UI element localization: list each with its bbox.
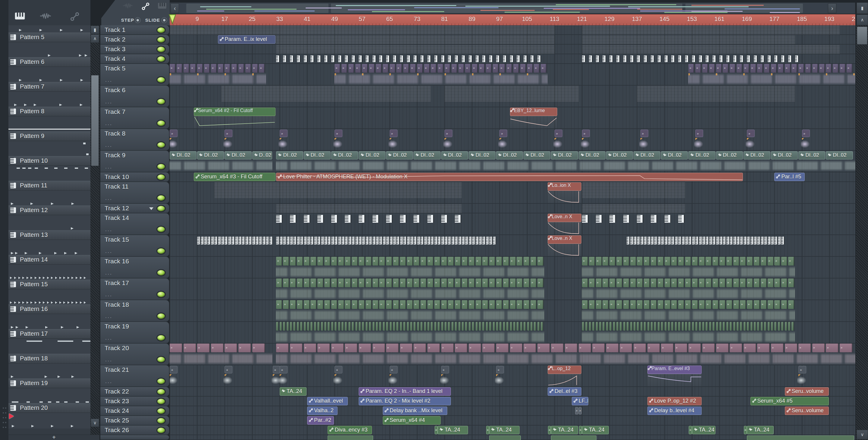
audio-hit-clip[interactable]: » bbox=[390, 130, 398, 137]
audio-clip-block[interactable] bbox=[685, 322, 687, 331]
track-mute-led[interactable] bbox=[157, 164, 165, 169]
audio-clip-block[interactable]: » bbox=[400, 300, 406, 309]
audio-clip-block[interactable]: » bbox=[469, 279, 475, 287]
audio-hit-clip[interactable]: » bbox=[496, 366, 504, 373]
audio-clip-block[interactable]: » bbox=[317, 257, 323, 265]
midi-pattern-clip[interactable] bbox=[283, 56, 287, 62]
audio-clip-block[interactable]: » bbox=[304, 279, 310, 287]
midi-pattern-clip[interactable] bbox=[335, 237, 338, 244]
pattern-item-header[interactable]: Pattern 19 bbox=[8, 379, 90, 388]
midi-pattern-clip[interactable] bbox=[774, 56, 778, 62]
midi-pattern-clip[interactable] bbox=[482, 237, 486, 244]
audio-clip-block[interactable]: » bbox=[716, 344, 729, 352]
audio-clip[interactable]: TA..24 bbox=[551, 426, 578, 434]
audio-clip-block[interactable]: » bbox=[462, 257, 468, 265]
audio-clip[interactable]: TA..24 bbox=[747, 426, 774, 434]
audio-clip-block[interactable]: » bbox=[441, 344, 454, 352]
midi-pattern-clip[interactable] bbox=[685, 237, 688, 244]
pattern-preview[interactable] bbox=[8, 92, 90, 107]
midi-pattern-clip[interactable] bbox=[730, 237, 733, 244]
audio-clip-block[interactable]: » bbox=[177, 64, 182, 73]
audio-clip-block[interactable] bbox=[359, 322, 361, 331]
playlist-track-row[interactable]: Lo..ion X bbox=[170, 182, 855, 204]
audio-clip-block[interactable] bbox=[530, 322, 533, 331]
audio-clip-block[interactable] bbox=[427, 322, 430, 331]
track-header-track-8[interactable]: Track 8... bbox=[100, 129, 169, 151]
audio-clip-block[interactable]: » bbox=[699, 300, 705, 309]
midi-pattern-clip[interactable] bbox=[781, 56, 785, 62]
audio-clip-block[interactable]: » bbox=[819, 64, 825, 73]
audio-clip-block[interactable] bbox=[641, 322, 643, 331]
audio-clip-block[interactable] bbox=[338, 322, 341, 331]
audio-clip-block[interactable]: » bbox=[317, 279, 323, 287]
track-name[interactable]: Track 22 bbox=[104, 388, 129, 395]
audio-clip-block[interactable]: » bbox=[774, 279, 780, 287]
midi-pattern-clip[interactable] bbox=[757, 237, 761, 244]
audio-clip-block[interactable]: » bbox=[386, 279, 392, 287]
midi-pattern-clip[interactable] bbox=[297, 237, 300, 244]
audio-clip-block[interactable]: » bbox=[386, 344, 399, 352]
midi-pattern-clip[interactable] bbox=[379, 56, 383, 62]
pattern-item-header[interactable]: Pattern 13 bbox=[8, 230, 90, 240]
midi-pattern-clip[interactable] bbox=[489, 237, 493, 244]
audio-clip-block[interactable]: » bbox=[757, 64, 763, 73]
audio-clip-block[interactable]: » bbox=[726, 279, 733, 287]
midi-pattern-clip[interactable] bbox=[462, 56, 465, 62]
audio-hit-clip[interactable]: » bbox=[335, 130, 342, 137]
playlist-track-row[interactable]: Serum_x64 #3 - Fil CutoffLove Philter - … bbox=[170, 172, 855, 182]
midi-pattern-clip[interactable] bbox=[733, 237, 737, 244]
audio-clip-block[interactable]: » bbox=[541, 64, 547, 73]
audio-clip-block[interactable]: » bbox=[623, 300, 629, 309]
audio-clip-block[interactable]: » bbox=[276, 257, 282, 265]
audio-clip-block[interactable]: » bbox=[695, 64, 701, 73]
audio-clip-block[interactable] bbox=[524, 322, 526, 331]
audio-clip-block[interactable]: » bbox=[373, 257, 378, 265]
midi-pattern-clip[interactable] bbox=[276, 56, 280, 62]
track-mute-led[interactable] bbox=[157, 270, 165, 276]
ghost-pattern-clip[interactable] bbox=[276, 204, 462, 213]
automation-clip[interactable]: Valha..2 bbox=[307, 407, 338, 415]
audio-clip-block[interactable]: » bbox=[840, 64, 845, 73]
audio-clip-block[interactable] bbox=[503, 322, 505, 331]
audio-clip-block[interactable]: » bbox=[596, 257, 602, 265]
audio-clip-block[interactable]: » bbox=[331, 344, 344, 352]
audio-clip-block[interactable]: » bbox=[455, 279, 461, 287]
audio-clip-block[interactable]: » bbox=[530, 300, 536, 309]
audio-clip-block[interactable]: » bbox=[486, 64, 492, 73]
audio-hit-clip[interactable]: » bbox=[695, 130, 703, 137]
midi-pattern-clip[interactable] bbox=[235, 237, 239, 244]
audio-clip-block[interactable]: » bbox=[637, 257, 643, 265]
midi-pattern-clip[interactable] bbox=[197, 237, 200, 244]
audio-clip-block[interactable]: » bbox=[688, 344, 701, 352]
track-mute-led[interactable] bbox=[157, 99, 165, 104]
automation-clip[interactable]: Delay b..level #4 bbox=[647, 407, 702, 415]
track-header-track-2[interactable]: Track 2 bbox=[100, 35, 169, 44]
audio-clip-block[interactable] bbox=[785, 322, 787, 331]
midi-pattern-clip[interactable] bbox=[744, 237, 747, 244]
audio-clip-block[interactable] bbox=[792, 322, 794, 331]
audio-clip-strip[interactable]: »»»»»»»»»»»»»» bbox=[170, 64, 266, 85]
audio-clip-di[interactable]: DI..02 bbox=[716, 151, 743, 159]
midi-pattern-clip[interactable] bbox=[582, 56, 586, 62]
audio-clip-block[interactable]: » bbox=[768, 279, 774, 287]
audio-clip-block[interactable] bbox=[771, 322, 773, 331]
track-header-track-4[interactable]: Track 4 bbox=[100, 54, 169, 64]
audio-hit-clip[interactable]: » bbox=[802, 130, 810, 137]
audio-clip-block[interactable]: » bbox=[479, 64, 485, 73]
automation-clip[interactable]: Param. EQ 2 - Mix level #2 bbox=[359, 397, 451, 405]
audio-clip-block[interactable]: » bbox=[434, 300, 440, 309]
audio-clip-block[interactable]: » bbox=[458, 64, 464, 73]
pattern-preview[interactable] bbox=[8, 190, 90, 206]
midi-pattern-clip[interactable] bbox=[214, 237, 218, 244]
audio-clip-block[interactable] bbox=[324, 322, 327, 331]
audio-clip-block[interactable]: » bbox=[781, 279, 787, 287]
audio-clip-block[interactable] bbox=[671, 322, 674, 331]
midi-pattern-clip[interactable] bbox=[255, 237, 259, 244]
audio-clip-di[interactable]: DI..02 bbox=[524, 151, 550, 159]
audio-clip-block[interactable] bbox=[582, 322, 584, 331]
audio-clip-block[interactable]: » bbox=[596, 279, 602, 287]
audio-clip-block[interactable] bbox=[754, 322, 756, 331]
audio-clip-block[interactable]: » bbox=[530, 279, 536, 287]
audio-clip-block[interactable]: » bbox=[623, 257, 629, 265]
midi-pattern-clip[interactable] bbox=[644, 56, 647, 62]
